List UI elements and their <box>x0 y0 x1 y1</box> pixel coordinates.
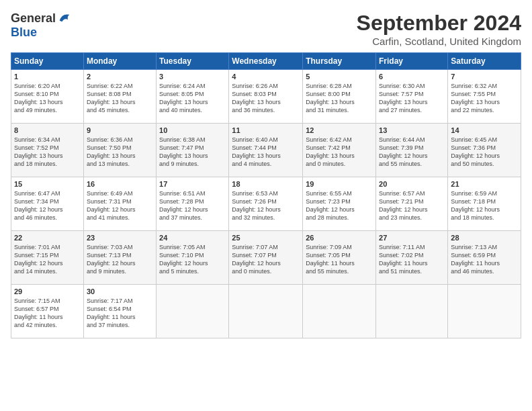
day-content: Sunrise: 6:42 AM Sunset: 7:42 PM Dayligh… <box>306 136 373 169</box>
day-number: 10 <box>159 126 226 134</box>
calendar-cell: 8Sunrise: 6:34 AM Sunset: 7:52 PM Daylig… <box>11 124 84 177</box>
day-number: 4 <box>232 73 300 81</box>
title-section: September 2024 Carfin, Scotland, United … <box>357 11 521 47</box>
day-content: Sunrise: 6:59 AM Sunset: 7:18 PM Dayligh… <box>451 189 518 222</box>
day-content: Sunrise: 7:09 AM Sunset: 7:05 PM Dayligh… <box>306 243 373 276</box>
calendar-cell: 22Sunrise: 7:01 AM Sunset: 7:15 PM Dayli… <box>11 231 84 285</box>
day-content: Sunrise: 6:40 AM Sunset: 7:44 PM Dayligh… <box>232 136 300 169</box>
day-number: 8 <box>14 126 81 134</box>
day-content: Sunrise: 6:44 AM Sunset: 7:39 PM Dayligh… <box>379 136 445 169</box>
day-number: 2 <box>87 73 153 81</box>
day-number: 23 <box>87 234 153 242</box>
day-content: Sunrise: 6:28 AM Sunset: 8:00 PM Dayligh… <box>306 82 373 115</box>
calendar-cell: 23Sunrise: 7:03 AM Sunset: 7:13 PM Dayli… <box>83 231 156 285</box>
day-number: 17 <box>159 180 226 188</box>
day-number: 7 <box>451 73 518 81</box>
month-title: September 2024 <box>357 11 521 36</box>
calendar-cell: 29Sunrise: 7:15 AM Sunset: 6:57 PM Dayli… <box>11 285 84 338</box>
calendar-cell: 27Sunrise: 7:11 AM Sunset: 7:02 PM Dayli… <box>376 231 448 285</box>
day-number: 6 <box>379 73 445 81</box>
day-number: 9 <box>87 126 153 134</box>
day-content: Sunrise: 7:05 AM Sunset: 7:10 PM Dayligh… <box>159 243 226 276</box>
calendar-cell: 21Sunrise: 6:59 AM Sunset: 7:18 PM Dayli… <box>448 177 521 231</box>
calendar-cell: 6Sunrise: 6:30 AM Sunset: 7:57 PM Daylig… <box>376 70 448 124</box>
calendar-cell: 4Sunrise: 6:26 AM Sunset: 8:03 PM Daylig… <box>229 70 303 124</box>
day-number: 27 <box>379 234 445 242</box>
day-content: Sunrise: 6:36 AM Sunset: 7:50 PM Dayligh… <box>87 136 153 169</box>
day-content: Sunrise: 7:15 AM Sunset: 6:57 PM Dayligh… <box>14 297 81 330</box>
day-number: 14 <box>451 126 518 134</box>
calendar-cell: 15Sunrise: 6:47 AM Sunset: 7:34 PM Dayli… <box>11 177 84 231</box>
day-number: 24 <box>159 234 226 242</box>
calendar-cell: 2Sunrise: 6:22 AM Sunset: 8:08 PM Daylig… <box>83 70 156 124</box>
calendar-cell: 13Sunrise: 6:44 AM Sunset: 7:39 PM Dayli… <box>376 124 448 177</box>
day-content: Sunrise: 6:20 AM Sunset: 8:10 PM Dayligh… <box>14 82 81 115</box>
day-content: Sunrise: 6:34 AM Sunset: 7:52 PM Dayligh… <box>14 136 81 169</box>
logo-icon <box>57 11 72 26</box>
calendar-cell: 10Sunrise: 6:38 AM Sunset: 7:47 PM Dayli… <box>157 124 229 177</box>
day-content: Sunrise: 6:30 AM Sunset: 7:57 PM Dayligh… <box>379 82 445 115</box>
day-content: Sunrise: 6:26 AM Sunset: 8:03 PM Dayligh… <box>232 82 300 115</box>
day-number: 16 <box>87 180 153 188</box>
calendar-cell: 18Sunrise: 6:53 AM Sunset: 7:26 PM Dayli… <box>229 177 303 231</box>
day-number: 12 <box>306 126 373 134</box>
calendar-cell <box>229 285 303 338</box>
calendar-cell <box>303 285 376 338</box>
day-number: 5 <box>306 73 373 81</box>
calendar-cell: 7Sunrise: 6:32 AM Sunset: 7:55 PM Daylig… <box>448 70 521 124</box>
calendar-cell <box>376 285 448 338</box>
day-number: 25 <box>232 234 300 242</box>
calendar-cell: 24Sunrise: 7:05 AM Sunset: 7:10 PM Dayli… <box>157 231 229 285</box>
calendar-cell: 9Sunrise: 6:36 AM Sunset: 7:50 PM Daylig… <box>83 124 156 177</box>
day-content: Sunrise: 7:11 AM Sunset: 7:02 PM Dayligh… <box>379 243 445 276</box>
calendar-cell: 1Sunrise: 6:20 AM Sunset: 8:10 PM Daylig… <box>11 70 84 124</box>
day-content: Sunrise: 6:24 AM Sunset: 8:05 PM Dayligh… <box>159 82 226 115</box>
day-content: Sunrise: 7:03 AM Sunset: 7:13 PM Dayligh… <box>87 243 153 276</box>
calendar-cell: 20Sunrise: 6:57 AM Sunset: 7:21 PM Dayli… <box>376 177 448 231</box>
calendar-cell: 12Sunrise: 6:42 AM Sunset: 7:42 PM Dayli… <box>303 124 376 177</box>
day-number: 15 <box>14 180 81 188</box>
day-number: 20 <box>379 180 445 188</box>
day-content: Sunrise: 6:22 AM Sunset: 8:08 PM Dayligh… <box>87 82 153 115</box>
calendar-cell: 25Sunrise: 7:07 AM Sunset: 7:07 PM Dayli… <box>229 231 303 285</box>
header: General Blue September 2024 Carfin, Scot… <box>11 11 521 47</box>
calendar-cell: 30Sunrise: 7:17 AM Sunset: 6:54 PM Dayli… <box>83 285 156 338</box>
day-content: Sunrise: 6:53 AM Sunset: 7:26 PM Dayligh… <box>232 189 300 222</box>
day-content: Sunrise: 6:49 AM Sunset: 7:31 PM Dayligh… <box>87 189 153 222</box>
day-number: 30 <box>87 287 153 295</box>
col-header-friday: Friday <box>376 53 448 70</box>
day-number: 26 <box>306 234 373 242</box>
day-content: Sunrise: 6:55 AM Sunset: 7:23 PM Dayligh… <box>306 189 373 222</box>
day-content: Sunrise: 7:13 AM Sunset: 6:59 PM Dayligh… <box>451 243 518 276</box>
calendar-cell: 16Sunrise: 6:49 AM Sunset: 7:31 PM Dayli… <box>83 177 156 231</box>
day-content: Sunrise: 7:01 AM Sunset: 7:15 PM Dayligh… <box>14 243 81 276</box>
calendar-table: SundayMondayTuesdayWednesdayThursdayFrid… <box>11 52 521 338</box>
logo-blue: Blue <box>11 26 37 40</box>
day-number: 18 <box>232 180 300 188</box>
calendar-cell <box>448 285 521 338</box>
day-number: 1 <box>14 73 81 81</box>
day-content: Sunrise: 6:45 AM Sunset: 7:36 PM Dayligh… <box>451 136 518 169</box>
calendar-cell: 3Sunrise: 6:24 AM Sunset: 8:05 PM Daylig… <box>157 70 229 124</box>
calendar-cell: 19Sunrise: 6:55 AM Sunset: 7:23 PM Dayli… <box>303 177 376 231</box>
day-content: Sunrise: 7:17 AM Sunset: 6:54 PM Dayligh… <box>87 297 153 330</box>
day-content: Sunrise: 6:57 AM Sunset: 7:21 PM Dayligh… <box>379 189 445 222</box>
day-number: 28 <box>451 234 518 242</box>
calendar-cell <box>157 285 229 338</box>
col-header-saturday: Saturday <box>448 53 521 70</box>
calendar-cell: 26Sunrise: 7:09 AM Sunset: 7:05 PM Dayli… <box>303 231 376 285</box>
day-content: Sunrise: 7:07 AM Sunset: 7:07 PM Dayligh… <box>232 243 300 276</box>
page: General Blue September 2024 Carfin, Scot… <box>0 0 532 411</box>
day-number: 21 <box>451 180 518 188</box>
day-content: Sunrise: 6:47 AM Sunset: 7:34 PM Dayligh… <box>14 189 81 222</box>
col-header-thursday: Thursday <box>303 53 376 70</box>
calendar-cell: 17Sunrise: 6:51 AM Sunset: 7:28 PM Dayli… <box>157 177 229 231</box>
day-content: Sunrise: 6:32 AM Sunset: 7:55 PM Dayligh… <box>451 82 518 115</box>
calendar-cell: 14Sunrise: 6:45 AM Sunset: 7:36 PM Dayli… <box>448 124 521 177</box>
calendar-cell: 5Sunrise: 6:28 AM Sunset: 8:00 PM Daylig… <box>303 70 376 124</box>
day-number: 3 <box>159 73 226 81</box>
day-number: 22 <box>14 234 81 242</box>
calendar-cell: 28Sunrise: 7:13 AM Sunset: 6:59 PM Dayli… <box>448 231 521 285</box>
day-content: Sunrise: 6:51 AM Sunset: 7:28 PM Dayligh… <box>159 189 226 222</box>
col-header-wednesday: Wednesday <box>229 53 303 70</box>
